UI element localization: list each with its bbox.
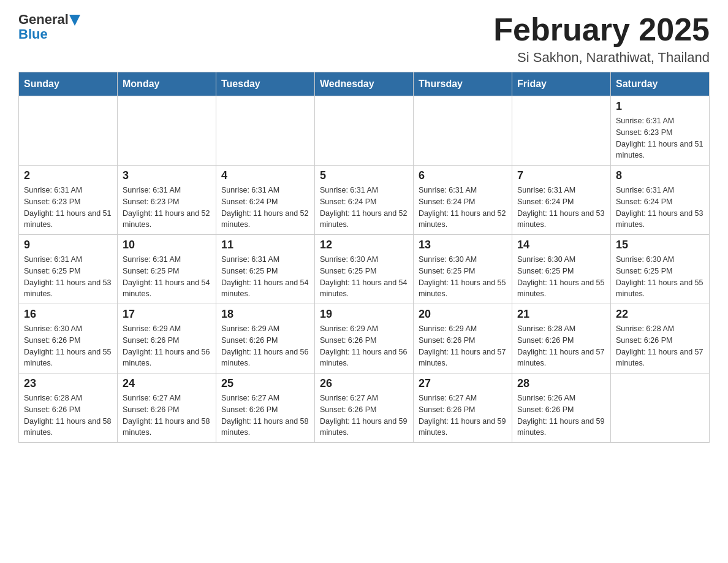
calendar-cell: 9Sunrise: 6:31 AM Sunset: 6:25 PM Daylig… xyxy=(19,235,118,304)
day-number: 21 xyxy=(517,308,605,321)
calendar-cell xyxy=(19,96,118,166)
calendar-cell: 25Sunrise: 6:27 AM Sunset: 6:26 PM Dayli… xyxy=(216,373,315,443)
calendar-cell: 15Sunrise: 6:30 AM Sunset: 6:25 PM Dayli… xyxy=(611,235,710,304)
month-title: February 2025 xyxy=(493,12,710,47)
weekday-header-monday: Monday xyxy=(118,72,216,96)
calendar-cell: 16Sunrise: 6:30 AM Sunset: 6:26 PM Dayli… xyxy=(19,304,118,373)
day-info: Sunrise: 6:30 AM Sunset: 6:25 PM Dayligh… xyxy=(320,254,408,300)
svg-marker-0 xyxy=(69,15,80,26)
day-info: Sunrise: 6:27 AM Sunset: 6:26 PM Dayligh… xyxy=(320,393,408,439)
day-info: Sunrise: 6:29 AM Sunset: 6:26 PM Dayligh… xyxy=(419,323,507,369)
weekday-header-friday: Friday xyxy=(512,72,611,96)
calendar-table: SundayMondayTuesdayWednesdayThursdayFrid… xyxy=(18,72,710,443)
calendar-cell: 13Sunrise: 6:30 AM Sunset: 6:25 PM Dayli… xyxy=(414,235,512,304)
day-info: Sunrise: 6:31 AM Sunset: 6:23 PM Dayligh… xyxy=(616,115,704,161)
calendar-cell: 23Sunrise: 6:28 AM Sunset: 6:26 PM Dayli… xyxy=(19,373,118,443)
weekday-header-tuesday: Tuesday xyxy=(216,72,315,96)
calendar-week-row: 1Sunrise: 6:31 AM Sunset: 6:23 PM Daylig… xyxy=(19,96,710,166)
day-info: Sunrise: 6:31 AM Sunset: 6:23 PM Dayligh… xyxy=(24,185,112,231)
weekday-header-saturday: Saturday xyxy=(611,72,710,96)
calendar-cell xyxy=(216,96,315,166)
calendar-cell: 18Sunrise: 6:29 AM Sunset: 6:26 PM Dayli… xyxy=(216,304,315,373)
calendar-cell: 20Sunrise: 6:29 AM Sunset: 6:26 PM Dayli… xyxy=(414,304,512,373)
day-number: 12 xyxy=(320,239,408,251)
calendar-cell: 12Sunrise: 6:30 AM Sunset: 6:25 PM Dayli… xyxy=(315,235,414,304)
day-info: Sunrise: 6:28 AM Sunset: 6:26 PM Dayligh… xyxy=(616,323,704,369)
day-info: Sunrise: 6:31 AM Sunset: 6:24 PM Dayligh… xyxy=(517,185,605,231)
calendar-cell xyxy=(118,96,216,166)
calendar-cell xyxy=(414,96,512,166)
calendar-cell: 8Sunrise: 6:31 AM Sunset: 6:24 PM Daylig… xyxy=(611,166,710,235)
day-number: 22 xyxy=(616,308,704,321)
day-number: 11 xyxy=(221,239,309,251)
day-info: Sunrise: 6:28 AM Sunset: 6:26 PM Dayligh… xyxy=(24,393,112,439)
day-number: 24 xyxy=(123,377,211,390)
calendar-cell: 7Sunrise: 6:31 AM Sunset: 6:24 PM Daylig… xyxy=(512,166,611,235)
calendar-week-row: 16Sunrise: 6:30 AM Sunset: 6:26 PM Dayli… xyxy=(19,304,710,373)
calendar-week-row: 2Sunrise: 6:31 AM Sunset: 6:23 PM Daylig… xyxy=(19,166,710,235)
title-section: February 2025 Si Sakhon, Narathiwat, Tha… xyxy=(493,12,710,66)
day-info: Sunrise: 6:31 AM Sunset: 6:25 PM Dayligh… xyxy=(221,254,309,300)
calendar-cell: 28Sunrise: 6:26 AM Sunset: 6:26 PM Dayli… xyxy=(512,373,611,443)
day-number: 25 xyxy=(221,377,309,390)
logo-general-text: General xyxy=(18,12,69,27)
calendar-cell: 21Sunrise: 6:28 AM Sunset: 6:26 PM Dayli… xyxy=(512,304,611,373)
day-number: 14 xyxy=(517,239,605,251)
calendar-cell xyxy=(315,96,414,166)
day-number: 23 xyxy=(24,377,112,390)
calendar-cell: 11Sunrise: 6:31 AM Sunset: 6:25 PM Dayli… xyxy=(216,235,315,304)
calendar-cell: 17Sunrise: 6:29 AM Sunset: 6:26 PM Dayli… xyxy=(118,304,216,373)
day-info: Sunrise: 6:26 AM Sunset: 6:26 PM Dayligh… xyxy=(517,393,605,439)
location-title: Si Sakhon, Narathiwat, Thailand xyxy=(493,50,710,66)
day-info: Sunrise: 6:30 AM Sunset: 6:25 PM Dayligh… xyxy=(419,254,507,300)
calendar-cell xyxy=(512,96,611,166)
day-number: 16 xyxy=(24,308,112,321)
day-number: 1 xyxy=(616,100,704,113)
calendar-week-row: 23Sunrise: 6:28 AM Sunset: 6:26 PM Dayli… xyxy=(19,373,710,443)
day-number: 15 xyxy=(616,239,704,251)
day-info: Sunrise: 6:30 AM Sunset: 6:26 PM Dayligh… xyxy=(24,323,112,369)
day-number: 4 xyxy=(221,169,309,182)
day-info: Sunrise: 6:27 AM Sunset: 6:26 PM Dayligh… xyxy=(221,393,309,439)
day-info: Sunrise: 6:31 AM Sunset: 6:23 PM Dayligh… xyxy=(123,185,211,231)
day-number: 9 xyxy=(24,239,112,251)
day-number: 27 xyxy=(419,377,507,390)
day-number: 10 xyxy=(123,239,211,251)
day-number: 8 xyxy=(616,169,704,182)
weekday-header-wednesday: Wednesday xyxy=(315,72,414,96)
day-info: Sunrise: 6:30 AM Sunset: 6:25 PM Dayligh… xyxy=(616,254,704,300)
weekday-header-thursday: Thursday xyxy=(414,72,512,96)
calendar-cell: 10Sunrise: 6:31 AM Sunset: 6:25 PM Dayli… xyxy=(118,235,216,304)
day-number: 19 xyxy=(320,308,408,321)
day-number: 7 xyxy=(517,169,605,182)
day-number: 26 xyxy=(320,377,408,390)
day-number: 17 xyxy=(123,308,211,321)
calendar-cell: 22Sunrise: 6:28 AM Sunset: 6:26 PM Dayli… xyxy=(611,304,710,373)
day-info: Sunrise: 6:31 AM Sunset: 6:24 PM Dayligh… xyxy=(616,185,704,231)
day-info: Sunrise: 6:29 AM Sunset: 6:26 PM Dayligh… xyxy=(123,323,211,369)
day-number: 5 xyxy=(320,169,408,182)
calendar-cell: 4Sunrise: 6:31 AM Sunset: 6:24 PM Daylig… xyxy=(216,166,315,235)
day-number: 3 xyxy=(123,169,211,182)
day-info: Sunrise: 6:31 AM Sunset: 6:24 PM Dayligh… xyxy=(320,185,408,231)
calendar-cell: 2Sunrise: 6:31 AM Sunset: 6:23 PM Daylig… xyxy=(19,166,118,235)
day-info: Sunrise: 6:28 AM Sunset: 6:26 PM Dayligh… xyxy=(517,323,605,369)
day-info: Sunrise: 6:30 AM Sunset: 6:25 PM Dayligh… xyxy=(517,254,605,300)
logo: General Blue xyxy=(18,12,80,42)
calendar-cell: 24Sunrise: 6:27 AM Sunset: 6:26 PM Dayli… xyxy=(118,373,216,443)
calendar-cell: 5Sunrise: 6:31 AM Sunset: 6:24 PM Daylig… xyxy=(315,166,414,235)
day-number: 28 xyxy=(517,377,605,390)
day-info: Sunrise: 6:27 AM Sunset: 6:26 PM Dayligh… xyxy=(123,393,211,439)
logo-blue-text: Blue xyxy=(18,26,48,42)
day-number: 18 xyxy=(221,308,309,321)
calendar-cell: 27Sunrise: 6:27 AM Sunset: 6:26 PM Dayli… xyxy=(414,373,512,443)
day-info: Sunrise: 6:31 AM Sunset: 6:24 PM Dayligh… xyxy=(221,185,309,231)
day-number: 20 xyxy=(419,308,507,321)
day-number: 6 xyxy=(419,169,507,182)
calendar-cell: 6Sunrise: 6:31 AM Sunset: 6:24 PM Daylig… xyxy=(414,166,512,235)
calendar-cell: 14Sunrise: 6:30 AM Sunset: 6:25 PM Dayli… xyxy=(512,235,611,304)
day-info: Sunrise: 6:31 AM Sunset: 6:25 PM Dayligh… xyxy=(24,254,112,300)
day-info: Sunrise: 6:29 AM Sunset: 6:26 PM Dayligh… xyxy=(320,323,408,369)
calendar-cell xyxy=(611,373,710,443)
calendar-cell: 26Sunrise: 6:27 AM Sunset: 6:26 PM Dayli… xyxy=(315,373,414,443)
